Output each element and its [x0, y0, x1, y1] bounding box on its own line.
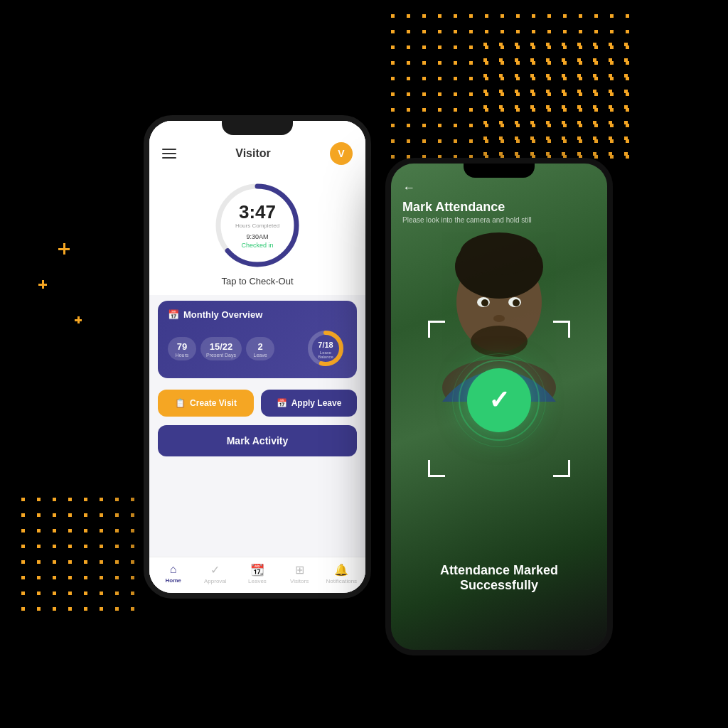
notifications-label: Notifications [326, 578, 358, 584]
nav-home[interactable]: ⌂ Home [158, 563, 189, 584]
phone1-screen: Visitor V 3:47 Hours Completed 9:30AM [149, 121, 365, 593]
mark-attendance-title: Mark Attendance [402, 200, 596, 215]
back-button[interactable]: ← [402, 181, 596, 196]
home-label: Home [165, 577, 181, 584]
apply-leave-button[interactable]: 📅 Apply Leave [261, 390, 357, 417]
clock-time: 3:47 [239, 201, 276, 223]
success-message: Attendance Marked Successfully [391, 563, 607, 593]
monthly-overview-label: Monthly Overview [183, 309, 262, 320]
notifications-icon: 🔔 [334, 563, 348, 577]
checkin-time: 9:30AM [246, 233, 268, 240]
success-text-line1: Attendance Marked [391, 563, 607, 578]
home-icon: ⌂ [170, 563, 177, 576]
clock-center: 3:47 Hours Completed 9:30AM Checked in [235, 202, 279, 249]
leave-label: Leave [252, 353, 269, 358]
tap-checkout-label[interactable]: Tap to Check-Out [221, 276, 293, 287]
apply-leave-icon: 📅 [277, 398, 287, 408]
bottom-nav: ⌂ Home ✓ Approval 📆 Leaves ⊞ Visitors 🔔 [149, 557, 365, 593]
success-circle: ✓ [467, 368, 531, 432]
calendar-icon: 📅 [168, 309, 179, 320]
action-buttons: 📋 Create Visit 📅 Apply Leave [158, 390, 357, 417]
menu-icon[interactable] [162, 149, 176, 159]
donut-value: 7/18 [318, 341, 333, 349]
leave-stat: 2 Leave [246, 337, 274, 360]
monthly-stats: 79 Hours 15/22 Present Days 2 Leave [168, 327, 347, 370]
create-visit-icon: 📋 [175, 398, 186, 408]
approval-icon: ✓ [210, 563, 220, 577]
leave-value: 2 [257, 341, 262, 352]
check-icon: ✓ [488, 387, 510, 413]
donut-center: 7/18 Leave Balance [315, 338, 336, 359]
visitors-icon: ⊞ [295, 563, 304, 577]
hours-label: Hours [173, 353, 191, 358]
leave-balance-donut: 7/18 Leave Balance [304, 327, 347, 370]
visitors-label: Visitors [290, 578, 309, 584]
nav-approval[interactable]: ✓ Approval [200, 563, 231, 584]
stats-left: 79 Hours 15/22 Present Days 2 Leave [168, 337, 274, 360]
frame-corner-tl [428, 321, 445, 338]
clock-ring[interactable]: 3:47 Hours Completed 9:30AM Checked in [211, 179, 304, 272]
present-days-value: 15/22 [210, 341, 233, 352]
phone1-notch [222, 121, 293, 135]
phone-2-device: ← Mark Attendance Please look into the c… [385, 158, 613, 655]
frame-corner-br [553, 460, 570, 477]
monthly-title: 📅 Monthly Overview [168, 309, 347, 320]
header-title: Visitor [235, 147, 271, 160]
create-visit-button[interactable]: 📋 Create Visit [158, 390, 254, 417]
phone2-screen: ← Mark Attendance Please look into the c… [391, 164, 607, 650]
svg-point-11 [481, 299, 488, 306]
hours-stat: 79 Hours [168, 337, 196, 360]
frame-corner-tr [553, 321, 570, 338]
leaves-label: Leaves [248, 578, 267, 584]
phone-1-device: Visitor V 3:47 Hours Completed 9:30AM [144, 115, 371, 599]
clock-area: 3:47 Hours Completed 9:30AM Checked in T… [149, 171, 365, 295]
frame-corner-bl [428, 460, 445, 477]
phone2-header: ← Mark Attendance Please look into the c… [402, 181, 596, 224]
nav-visitors[interactable]: ⊞ Visitors [284, 563, 315, 584]
apply-leave-label: Apply Leave [291, 398, 342, 408]
checkin-label: Checked in [235, 242, 279, 249]
nav-leaves[interactable]: 📆 Leaves [242, 563, 273, 584]
avatar-letter: V [338, 148, 344, 159]
present-days-stat: 15/22 Present Days [200, 337, 242, 360]
mark-activity-button[interactable]: Mark Activity [158, 425, 357, 456]
mark-attendance-subtitle: Please look into the camera and hold sti… [402, 216, 596, 224]
mark-activity-label: Mark Activity [227, 435, 289, 446]
svg-point-7 [460, 232, 538, 275]
phones-wrapper: Visitor V 3:47 Hours Completed 9:30AM [115, 73, 613, 655]
success-text-line2: Successfully [391, 578, 607, 593]
nav-notifications[interactable]: 🔔 Notifications [326, 563, 357, 584]
avatar[interactable]: V [330, 142, 353, 165]
create-visit-label: Create Visit [190, 398, 237, 408]
svg-point-12 [513, 299, 520, 306]
hours-completed-label: Hours Completed [235, 223, 279, 229]
monthly-overview-card: 📅 Monthly Overview 79 Hours 15/22 Presen… [158, 301, 357, 378]
approval-label: Approval [204, 578, 227, 584]
phone2-notch [464, 164, 535, 178]
present-days-label: Present Days [206, 353, 236, 358]
leaves-icon: 📆 [250, 563, 264, 577]
hours-value: 79 [177, 341, 187, 352]
donut-label: Leave Balance [315, 350, 336, 359]
